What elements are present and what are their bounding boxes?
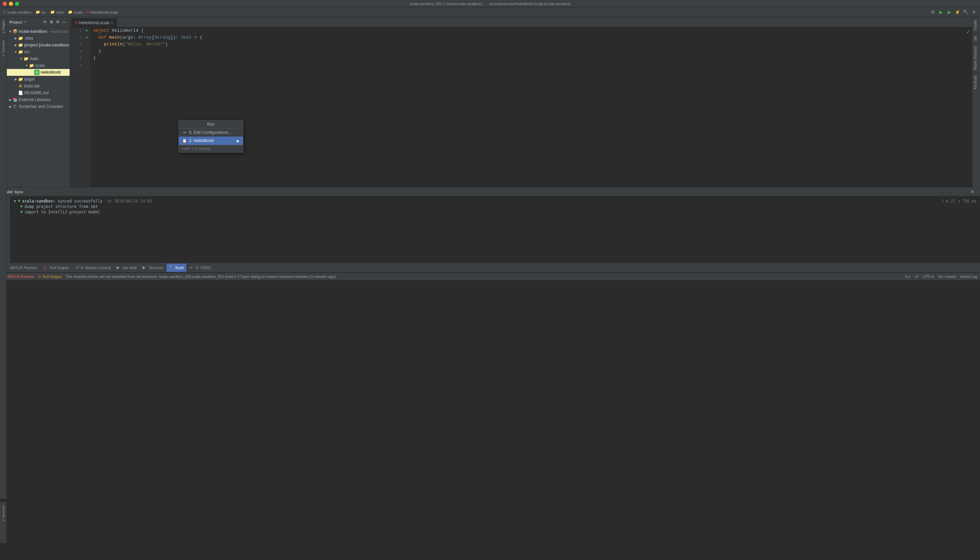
build-download-icon[interactable]: ↓: [975, 190, 978, 194]
minimize-button[interactable]: [9, 2, 13, 6]
popup-item-helloworld[interactable]: 📋 2. HelloWorld ▶: [179, 137, 243, 145]
breadcrumb-src[interactable]: 📁 src: [35, 10, 47, 14]
encoding[interactable]: UTF-8: [923, 275, 933, 278]
tree-item-build-sbt[interactable]: ▶ ⚙ build.sbt: [7, 83, 70, 90]
popup-item-edit-config-label: 0. Edit Configurations...: [189, 130, 232, 135]
tab-close-button[interactable]: ✕: [111, 21, 113, 25]
tree-label-helloworld: HelloWorld: [41, 70, 60, 75]
git-branch[interactable]: Git: master: [938, 275, 957, 278]
right-panel-maven[interactable]: Maven Projects: [972, 43, 980, 73]
folder-icon-2: 📁: [50, 10, 55, 14]
tree-item-readme[interactable]: ▶ 📄 README.md: [7, 90, 70, 96]
bottom-tab-sbt-shell[interactable]: ▶ sbt shell: [114, 263, 139, 272]
line-num-4: 4: [72, 48, 81, 55]
root-folder-icon: 📦: [12, 29, 18, 34]
breadcrumb-scala[interactable]: 📁 scala: [68, 10, 83, 14]
left-tab-favorites[interactable]: 2: Favorites: [1, 37, 6, 60]
run-gutter: ▶ ▶: [84, 27, 90, 187]
nav-run-button[interactable]: ▶: [938, 9, 945, 16]
tree-item-project[interactable]: ▶ 📁 project [scala-sandbox-build] source…: [7, 42, 70, 48]
project-build-icon: 📁: [18, 42, 23, 48]
build-settings-icon[interactable]: ⚙: [971, 190, 974, 194]
success-dot-2: ●: [20, 210, 23, 213]
nav-settings-icon[interactable]: ⚙: [930, 9, 936, 16]
breadcrumb-main[interactable]: 📁 main: [50, 10, 64, 14]
hold-to-debug-text: Hold ⇧ to Debug: [182, 147, 210, 151]
status-antlr-warning[interactable]: ⚠ ANTLR Preview: [3, 274, 34, 278]
run-line-3: [84, 41, 90, 48]
popup-item-edit-config[interactable]: ✏ 0. Edit Configurations...: [179, 128, 243, 137]
right-panel-sbt[interactable]: sbt: [972, 33, 980, 43]
maximize-button[interactable]: [15, 2, 19, 6]
bottom-tab-antlr[interactable]: ⚠ ANTLR Preview: [2, 263, 40, 272]
breadcrumb-label-3: scala: [74, 10, 83, 14]
line-ending[interactable]: LF: [915, 275, 919, 278]
left-tab-project[interactable]: 1: Project: [1, 17, 6, 37]
bottom-tab-build[interactable]: 🔨 Build: [166, 263, 186, 272]
tree-item-main[interactable]: ▼ 📁 main: [7, 55, 70, 62]
tree-item-ext-libs[interactable]: ▶ 📚 External Libraries: [7, 96, 70, 103]
tree-item-idea[interactable]: ▶ 📁 .idea: [7, 35, 70, 42]
code-editor[interactable]: object HelloWorld { def main(args: Array…: [90, 27, 972, 187]
arrow-right-icon-2: ▶: [14, 43, 18, 47]
collapse-icon[interactable]: ⊞: [48, 20, 54, 25]
code-line-6: [93, 62, 969, 68]
project-icon: ⬡: [3, 10, 6, 14]
bottom-tab-version-control[interactable]: ⎇ 9: Version Control: [72, 263, 113, 272]
bottom-tab-tool-output[interactable]: ⚠ Tool Output: [40, 263, 71, 272]
nav-coverage-icon[interactable]: ⚡: [954, 9, 961, 16]
right-panel-ant[interactable]: Ant Build: [972, 73, 980, 92]
run-arrow-1: ▶: [86, 27, 88, 34]
tree-item-scala[interactable]: ▼ 📁 scala: [7, 62, 70, 69]
bottom-tab-build-label: Build: [175, 266, 184, 270]
submenu-arrow-icon: ▶: [237, 139, 239, 143]
tree-label-scala-sandbox: scala-sandbox: [19, 29, 47, 34]
helloworld-icon: O: [34, 70, 40, 75]
tree-item-scratches[interactable]: ▶ 🗒 Scratches and Consoles: [7, 103, 70, 110]
run-line-1[interactable]: ▶: [84, 27, 90, 34]
tree-label-project: project [scala-sandbox-build]: [24, 43, 70, 47]
right-panel-gradle[interactable]: Gradle: [972, 17, 980, 33]
gear-icon[interactable]: ⚙: [55, 20, 60, 25]
class-name: HelloWorld: [112, 27, 141, 34]
bottom-tab-todo[interactable]: ✔ 6: TODO: [187, 263, 214, 272]
tree-item-scala-sandbox[interactable]: ▼ 📦 scala-sandbox ~/work/scala-sandbox: [7, 28, 70, 35]
breadcrumb-label-2: main: [56, 10, 64, 14]
sync-icon[interactable]: ⟳: [42, 20, 47, 25]
tree-item-src[interactable]: ▼ 📁 src: [7, 48, 70, 55]
tree-item-helloworld[interactable]: ▶ O HelloWorld: [7, 69, 70, 76]
src-folder-icon: 📁: [18, 49, 23, 55]
run-popup: Run ✏ 0. Edit Configurations... 📋 2. Hel…: [178, 120, 243, 153]
nav-debug-button[interactable]: ▶: [946, 9, 953, 16]
folder-icon-3: 📁: [68, 10, 73, 14]
build-header-bar: Build: Sync ⚙ ↓: [0, 187, 980, 196]
hide-icon[interactable]: —: [61, 20, 67, 25]
status-message[interactable]: The modules below are not imported from …: [66, 275, 336, 278]
tab-scala-icon: S: [75, 21, 78, 25]
editor-tabs: S HelloWorld.scala ✕: [70, 17, 972, 27]
folder-icon-1: 📁: [35, 10, 40, 14]
line-numbers: 1 2 3 4 5 6: [70, 27, 84, 187]
tab-helloworld[interactable]: S HelloWorld.scala ✕: [71, 18, 117, 27]
sbt-shell-icon: ▶: [117, 265, 121, 270]
status-tool-output-warning[interactable]: ⚠ Tool Output: [38, 274, 61, 278]
build-header-actions: ⚙ ↓: [971, 190, 978, 194]
breadcrumb-scala-sandbox[interactable]: ⬡ scala-sandbox: [3, 10, 32, 14]
event-log-link[interactable]: Event Log: [960, 275, 977, 278]
warning-label-1: ANTLR Preview: [7, 275, 34, 278]
run-line-2[interactable]: ▶: [84, 34, 90, 41]
nav-run-dropdown[interactable]: ▾: [970, 9, 977, 16]
tree-item-target[interactable]: ▶ 📁 target: [7, 76, 70, 83]
project-name: scala-sandbox:: [22, 199, 55, 203]
close-button[interactable]: [3, 2, 7, 6]
tree-label-build-sbt: build.sbt: [24, 84, 40, 88]
arrow-right-icon-target: ▶: [14, 77, 18, 81]
bottom-tab-terminal[interactable]: ▶ Terminal: [140, 263, 166, 272]
editor-content[interactable]: 1 2 3 4 5 6 ▶ ▶: [70, 27, 972, 187]
cursor-position[interactable]: 6:1: [905, 275, 910, 278]
arrow-down-icon-src: ▼: [14, 50, 18, 54]
line-num-1: 1: [72, 27, 81, 34]
nav-build-icon[interactable]: 🔨: [962, 9, 969, 16]
breadcrumb-helloworld[interactable]: S HelloWorld.scala: [87, 10, 118, 14]
kw-object: object: [93, 27, 112, 34]
